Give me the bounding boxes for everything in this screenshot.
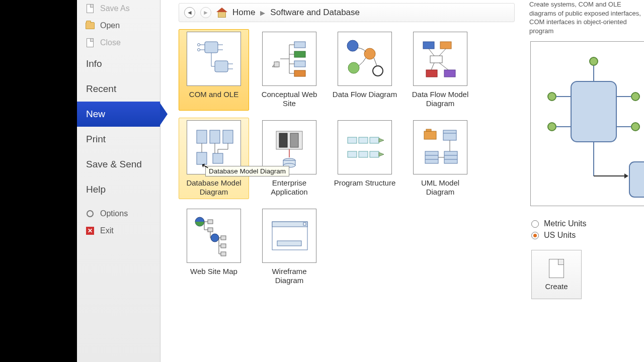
- svg-rect-48: [290, 133, 298, 147]
- svg-rect-31: [444, 70, 455, 77]
- sidebar-label: Options: [100, 209, 128, 218]
- svg-point-92: [590, 57, 598, 65]
- sidebar-save-as: Save As: [77, 0, 160, 17]
- breadcrumb: ◄ ► Home ▶ Software and Database: [179, 3, 515, 22]
- radio-icon: [531, 232, 539, 239]
- template-data-flow-diagram[interactable]: Data Flow Diagram: [330, 29, 400, 111]
- chevron-right-icon: ▶: [260, 9, 265, 17]
- svg-rect-54: [359, 137, 368, 143]
- svg-rect-14: [294, 61, 305, 67]
- create-button[interactable]: Create: [531, 250, 582, 299]
- svg-point-74: [211, 234, 219, 242]
- sidebar-print[interactable]: Print: [77, 127, 160, 152]
- svg-rect-57: [359, 151, 368, 157]
- sidebar-options[interactable]: Options: [77, 205, 160, 222]
- svg-rect-22: [274, 62, 279, 67]
- breadcrumb-home[interactable]: Home: [232, 8, 255, 18]
- svg-line-33: [439, 49, 446, 56]
- gear-icon: [85, 209, 95, 219]
- svg-point-94: [548, 93, 556, 101]
- svg-rect-75: [221, 236, 226, 240]
- template-enterprise-application[interactable]: Enterprise Application: [254, 118, 325, 199]
- nav-forward-button: ►: [200, 7, 211, 18]
- sidebar-info[interactable]: Info: [77, 51, 160, 76]
- sidebar-label: Close: [100, 38, 121, 47]
- svg-rect-13: [294, 51, 305, 57]
- svg-line-35: [439, 63, 448, 70]
- svg-rect-15: [294, 70, 305, 76]
- svg-point-98: [631, 93, 639, 101]
- template-thumbnail: [262, 209, 316, 263]
- template-label: Database Model Diagram: [181, 178, 247, 197]
- template-thumbnail: [413, 32, 467, 86]
- svg-rect-77: [221, 252, 226, 256]
- sidebar-recent[interactable]: Recent: [77, 76, 160, 102]
- sidebar-close: Close: [77, 34, 160, 51]
- template-label: Enterprise Application: [257, 178, 322, 197]
- template-wireframe-diagram[interactable]: Wireframe Diagram: [254, 206, 325, 288]
- radio-icon: [531, 220, 539, 228]
- tooltip: Database Model Diagram: [205, 166, 289, 176]
- svg-rect-1: [215, 61, 228, 72]
- template-label: Web Site Map: [190, 267, 237, 276]
- svg-rect-0: [205, 42, 218, 53]
- template-data-flow-model-diagram[interactable]: Data Flow Model Diagram: [405, 29, 475, 111]
- svg-line-32: [429, 49, 434, 56]
- svg-rect-63: [425, 151, 438, 163]
- main-content: ◄ ► Home ▶ Software and Database COM and…: [160, 0, 522, 362]
- template-label: Data Flow Model Diagram: [408, 90, 473, 108]
- document-icon: [85, 4, 95, 14]
- svg-point-24: [364, 48, 375, 59]
- template-label: UML Model Diagram: [408, 178, 473, 197]
- document-icon: [85, 38, 95, 48]
- svg-rect-36: [197, 130, 207, 143]
- sidebar-new[interactable]: New: [77, 102, 160, 127]
- units-us-label: US Units: [544, 231, 576, 240]
- svg-rect-58: [370, 151, 379, 157]
- svg-rect-30: [426, 70, 437, 77]
- units-metric-label: Metric Units: [544, 219, 586, 228]
- sidebar-save-send[interactable]: Save & Send: [77, 152, 160, 177]
- svg-point-5: [198, 44, 200, 46]
- svg-rect-76: [221, 244, 226, 248]
- template-uml-model-diagram[interactable]: UML Model Diagram: [405, 118, 475, 199]
- sidebar-open[interactable]: Open: [77, 17, 160, 34]
- units-selector: Metric Units US Units: [531, 219, 644, 240]
- template-database-model-diagram[interactable]: Database Model Diagram ↖ Database Model …: [179, 118, 249, 199]
- template-label: Wireframe Diagram: [257, 267, 322, 285]
- svg-point-100: [631, 123, 639, 131]
- svg-rect-73: [208, 228, 213, 232]
- svg-rect-60: [426, 129, 431, 131]
- svg-rect-61: [443, 130, 456, 140]
- svg-rect-56: [348, 151, 357, 157]
- breadcrumb-path[interactable]: Software and Database: [270, 8, 360, 18]
- svg-rect-90: [277, 241, 301, 246]
- folder-icon: [85, 21, 95, 31]
- svg-rect-37: [210, 130, 220, 143]
- sidebar-exit[interactable]: ✕ Exit: [77, 222, 160, 239]
- svg-rect-28: [440, 42, 451, 49]
- preview-pane: Create systems, COM and OLE diagrams of …: [522, 0, 644, 362]
- template-com-and-ole[interactable]: COM and OLE: [179, 29, 249, 111]
- template-description: Create systems, COM and OLE diagrams of …: [529, 0, 644, 35]
- svg-rect-38: [223, 130, 233, 143]
- create-label: Create: [545, 282, 568, 291]
- svg-line-34: [431, 63, 434, 70]
- template-web-site-map[interactable]: Web Site Map: [179, 206, 249, 288]
- units-metric-option[interactable]: Metric Units: [531, 219, 644, 228]
- home-icon[interactable]: [216, 8, 227, 18]
- template-thumbnail: [187, 209, 241, 263]
- svg-rect-104: [629, 162, 644, 197]
- template-program-structure[interactable]: Program Structure: [330, 118, 400, 199]
- template-conceptual-web-site[interactable]: Conceptual Web Site: [254, 29, 325, 111]
- units-us-option[interactable]: US Units: [531, 231, 644, 240]
- template-label: Data Flow Diagram: [333, 90, 397, 99]
- sidebar-help[interactable]: Help: [77, 177, 160, 202]
- svg-rect-55: [370, 137, 379, 143]
- svg-point-25: [348, 62, 359, 73]
- svg-rect-59: [424, 131, 436, 139]
- svg-rect-66: [444, 151, 457, 163]
- backstage-sidebar: Save As Open Close Info Recent New Print…: [77, 0, 160, 362]
- template-thumbnail: [262, 32, 316, 86]
- nav-back-button[interactable]: ◄: [184, 7, 195, 18]
